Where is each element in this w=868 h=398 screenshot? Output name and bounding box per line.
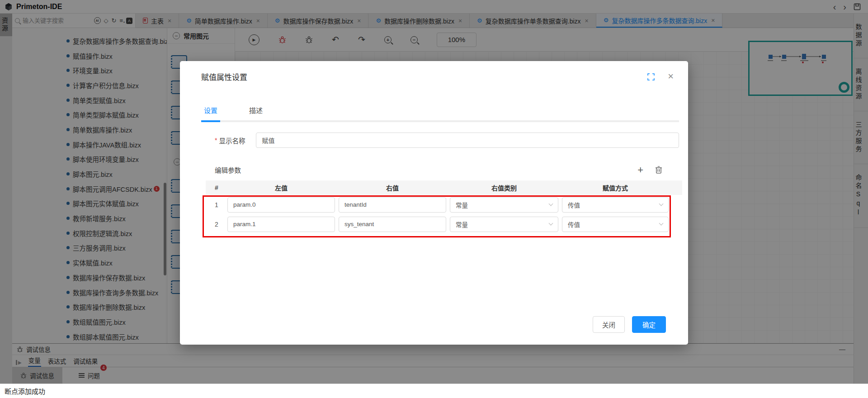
display-name-label: 显示名称: [219, 136, 245, 145]
assign-mode-value: 传值: [568, 200, 580, 209]
chevron-down-icon: [659, 221, 664, 226]
fullscreen-icon[interactable]: [647, 73, 655, 81]
assign-properties-dialog: 赋值属性设置 × 设置描述 * 显示名称 编辑参数 + # 左值 右值 右值类别…: [180, 61, 688, 345]
right-type-value: 常量: [456, 200, 468, 209]
chevron-down-icon: [549, 202, 553, 206]
display-name-row: * 显示名称: [215, 133, 679, 148]
param-row: 1 param.0 tenantId 常量 传值: [206, 195, 682, 214]
col-assign-mode: 赋值方式: [562, 183, 669, 192]
assign-mode-select[interactable]: 传值: [562, 217, 669, 232]
right-type-select[interactable]: 常量: [450, 217, 558, 232]
required-mark: *: [215, 137, 217, 144]
status-message: 断点添加成功: [5, 386, 45, 396]
col-left-value: 左值: [227, 183, 335, 192]
delete-row-icon[interactable]: [655, 166, 662, 174]
dialog-tab[interactable]: 设置: [201, 105, 220, 122]
dialog-tab[interactable]: 描述: [246, 105, 265, 122]
row-index: 1: [206, 201, 227, 208]
col-right-type: 右值类别: [450, 183, 558, 192]
right-type-select[interactable]: 常量: [450, 197, 558, 213]
params-table-body: 1 param.0 tenantId 常量 传值 2 param.1 sys_t…: [206, 195, 682, 234]
close-icon[interactable]: ×: [668, 71, 674, 82]
close-button[interactable]: 关闭: [593, 316, 625, 333]
params-table: # 左值 右值 右值类别 赋值方式 1 param.0 tenantId 常量 …: [206, 180, 682, 234]
assign-mode-select[interactable]: 传值: [562, 197, 669, 213]
add-row-icon[interactable]: +: [637, 166, 643, 175]
ok-button[interactable]: 确定: [632, 316, 666, 333]
params-table-header: # 左值 右值 右值类别 赋值方式: [206, 180, 682, 195]
left-value-input[interactable]: param.1: [227, 217, 335, 232]
dialog-tabs: 设置描述: [201, 105, 679, 122]
right-value-input[interactable]: sys_tenant: [339, 217, 446, 232]
left-value-input[interactable]: param.0: [227, 197, 335, 213]
display-name-input[interactable]: [256, 133, 679, 148]
assign-mode-value: 传值: [568, 220, 580, 229]
status-bar: 断点添加成功: [0, 384, 868, 398]
right-value-input[interactable]: tenantId: [339, 197, 446, 213]
param-row: 2 param.1 sys_tenant 常量 传值: [206, 214, 682, 234]
chevron-down-icon: [549, 221, 553, 226]
col-index: #: [206, 184, 227, 191]
dialog-footer: 关闭 确定: [593, 316, 666, 333]
edit-params-label: 编辑参数: [215, 165, 241, 175]
right-type-value: 常量: [456, 220, 468, 229]
col-right-value: 右值: [339, 183, 446, 192]
row-index: 2: [206, 221, 227, 228]
edit-params-header: 编辑参数 +: [215, 165, 662, 175]
chevron-down-icon: [659, 202, 664, 206]
dialog-title: 赋值属性设置: [201, 71, 247, 82]
